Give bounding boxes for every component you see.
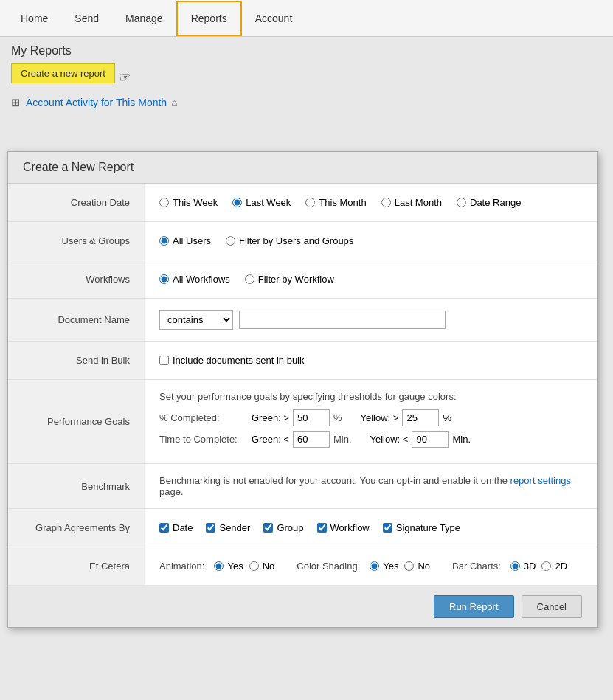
graph-signature-type-item[interactable]: Signature Type <box>383 522 460 533</box>
bar-charts-label: Bar Charts: <box>452 561 501 572</box>
run-report-button[interactable]: Run Report <box>434 595 513 618</box>
modal-overlay: Create a New Report Creation Date This W… <box>7 151 613 628</box>
filter-by-workflow-radio[interactable] <box>245 274 254 284</box>
document-name-controls: contains equals starts with ends with <box>159 310 582 330</box>
filter-by-workflow-option[interactable]: Filter by Workflow <box>245 274 334 285</box>
nav-manage[interactable]: Manage <box>112 2 176 35</box>
bar-charts-3d-label: 3D <box>524 561 536 572</box>
all-workflows-radio[interactable] <box>159 274 169 284</box>
all-workflows-option[interactable]: All Workflows <box>159 274 230 285</box>
graph-group-checkbox[interactable] <box>263 523 273 533</box>
filter-users-groups-label: Filter by Users and Groups <box>239 235 353 246</box>
graph-agreements-label: Graph Agreements By <box>8 509 145 547</box>
workflows-content: All Workflows Filter by Workflow <box>145 260 597 299</box>
percent-completed-green-input[interactable] <box>293 409 330 426</box>
animation-no-radio[interactable] <box>249 561 259 571</box>
time-to-complete-row: Time to Complete: Green: < Min. Yellow: … <box>159 431 582 448</box>
animation-no-label: No <box>263 561 275 572</box>
color-shading-no-radio[interactable] <box>404 561 414 571</box>
creation-date-label: Creation Date <box>8 184 145 222</box>
users-groups-content: All Users Filter by Users and Groups <box>145 222 597 260</box>
bar-charts-3d-radio[interactable] <box>510 561 520 571</box>
graph-date-checkbox[interactable] <box>159 523 169 533</box>
nav-account[interactable]: Account <box>242 2 306 35</box>
cancel-button[interactable]: Cancel <box>522 595 582 618</box>
creation-date-date-range[interactable]: Date Range <box>457 197 521 208</box>
all-users-option[interactable]: All Users <box>159 235 211 246</box>
color-shading-label: Color Shading: <box>297 561 360 572</box>
creation-date-this-month[interactable]: This Month <box>305 197 366 208</box>
send-in-bulk-option[interactable]: Include documents sent in bulk <box>159 355 582 366</box>
form-table: Creation Date This Week Last Week <box>8 184 597 586</box>
filter-users-groups-option[interactable]: Filter by Users and Groups <box>226 235 353 246</box>
graph-agreements-row: Graph Agreements By Date Sender <box>8 509 597 547</box>
create-new-report-button[interactable]: Create a new report <box>11 63 115 83</box>
graph-workflow-item[interactable]: Workflow <box>317 522 370 533</box>
graph-sender-checkbox[interactable] <box>206 523 215 533</box>
page-title: My Reports <box>11 44 602 58</box>
percent-completed-label: % Completed: <box>159 412 248 423</box>
time-to-complete-green-label: Green: < <box>252 434 289 445</box>
time-to-complete-yellow-input[interactable] <box>412 431 449 448</box>
benchmark-text-before: Benchmarking is not enabled for your acc… <box>159 475 510 486</box>
workflows-radio-group: All Workflows Filter by Workflow <box>159 274 582 285</box>
send-in-bulk-label: Send in Bulk <box>8 342 145 380</box>
animation-label: Animation: <box>159 561 204 572</box>
percent-completed-green-unit: % <box>333 412 342 423</box>
document-name-row: Document Name contains equals starts wit… <box>8 299 597 342</box>
users-groups-label: Users & Groups <box>8 222 145 260</box>
workflows-label: Workflows <box>8 260 145 299</box>
graph-date-item[interactable]: Date <box>159 522 193 533</box>
document-name-input[interactable] <box>239 311 446 329</box>
graph-sender-item[interactable]: Sender <box>206 522 250 533</box>
document-name-content: contains equals starts with ends with <box>145 299 597 342</box>
bar-charts-3d-option[interactable]: 3D <box>510 561 536 572</box>
creation-date-this-week-radio[interactable] <box>159 198 169 207</box>
creation-date-last-month[interactable]: Last Month <box>381 197 442 208</box>
graph-agreements-checkboxes: Date Sender Group <box>159 522 582 533</box>
graph-group-item[interactable]: Group <box>263 522 303 533</box>
graph-date-label: Date <box>173 522 193 533</box>
send-in-bulk-content: Include documents sent in bulk <box>145 342 597 380</box>
creation-date-this-week[interactable]: This Week <box>159 197 218 208</box>
benchmark-settings-link[interactable]: report settings <box>510 475 571 486</box>
create-report-modal: Create a New Report Creation Date This W… <box>7 151 598 628</box>
nav-send[interactable]: Send <box>61 2 112 35</box>
creation-date-date-range-radio[interactable] <box>457 198 466 207</box>
nav-home[interactable]: Home <box>7 2 61 35</box>
color-shading-yes-radio[interactable] <box>370 561 379 571</box>
color-shading-no-option[interactable]: No <box>404 561 430 572</box>
creation-date-last-month-label: Last Month <box>395 197 442 208</box>
document-name-select[interactable]: contains equals starts with ends with <box>159 310 233 330</box>
percent-completed-yellow-label: Yellow: > <box>361 412 399 423</box>
send-in-bulk-checkbox[interactable] <box>159 356 169 365</box>
color-shading-yes-option[interactable]: Yes <box>370 561 398 572</box>
percent-completed-yellow-input[interactable] <box>402 409 439 426</box>
graph-signature-type-checkbox[interactable] <box>383 523 392 533</box>
color-shading-no-label: No <box>418 561 430 572</box>
bar-charts-2d-option[interactable]: 2D <box>541 561 567 572</box>
graph-workflow-checkbox[interactable] <box>317 523 327 533</box>
filter-users-groups-radio[interactable] <box>226 236 235 246</box>
bar-charts-2d-radio[interactable] <box>541 561 551 571</box>
animation-yes-option[interactable]: Yes <box>214 561 243 572</box>
filter-by-workflow-label: Filter by Workflow <box>258 274 334 285</box>
benchmark-row: Benchmark Benchmarking is not enabled fo… <box>8 464 597 509</box>
creation-date-last-week[interactable]: Last Week <box>232 197 291 208</box>
color-shading-yes-label: Yes <box>383 561 398 572</box>
animation-no-option[interactable]: No <box>249 561 275 572</box>
creation-date-last-week-radio[interactable] <box>232 198 242 207</box>
nav-reports[interactable]: Reports <box>176 1 242 36</box>
creation-date-this-month-radio[interactable] <box>305 198 315 207</box>
creation-date-radio-group: This Week Last Week This Month <box>159 197 582 208</box>
bar-charts-group: Bar Charts: 3D 2D <box>452 561 567 572</box>
creation-date-last-month-radio[interactable] <box>381 198 391 207</box>
animation-yes-radio[interactable] <box>214 561 224 571</box>
all-users-radio[interactable] <box>159 236 169 246</box>
graph-agreements-content: Date Sender Group <box>145 509 597 547</box>
report-link[interactable]: ⊞ Account Activity for This Month ⌂ <box>11 97 602 108</box>
cursor-icon: ☞ <box>119 69 131 86</box>
performance-goals-description: Set your performance goals by specifying… <box>159 391 582 402</box>
time-to-complete-green-input[interactable] <box>293 431 330 448</box>
graph-workflow-label: Workflow <box>330 522 370 533</box>
